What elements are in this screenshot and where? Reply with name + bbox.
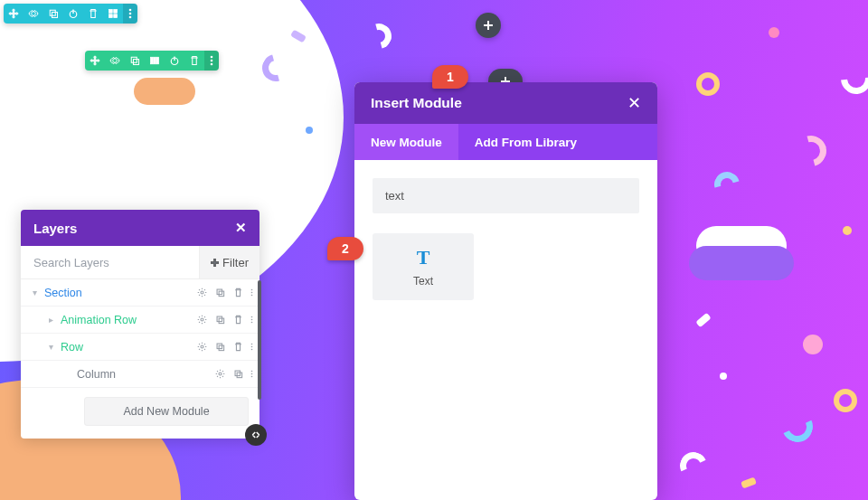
annotation-badge-2: 2: [327, 237, 363, 260]
gear-icon[interactable]: [105, 51, 125, 71]
svg-rect-35: [219, 345, 224, 351]
svg-point-25: [250, 292, 252, 294]
more-icon[interactable]: [123, 4, 137, 24]
chevron-icon[interactable]: ▾: [44, 342, 57, 352]
chevron-icon[interactable]: ▾: [28, 288, 41, 297]
confetti-dot: [306, 127, 313, 134]
gear-icon[interactable]: [193, 311, 211, 329]
modal-title: Insert Module: [371, 95, 462, 111]
module-result-label: Text: [413, 275, 433, 288]
close-icon[interactable]: ✕: [627, 93, 641, 113]
svg-rect-1: [52, 13, 58, 18]
close-icon[interactable]: ✕: [235, 220, 247, 236]
resize-handle[interactable]: [245, 424, 267, 446]
layers-search-row: Filter: [21, 246, 259, 279]
more-icon[interactable]: [247, 369, 256, 379]
layers-title: Layers: [33, 221, 77, 236]
svg-point-8: [129, 9, 132, 12]
power-icon[interactable]: [63, 4, 83, 24]
svg-rect-0: [50, 10, 55, 15]
text-icon: T: [417, 246, 430, 269]
scrollbar-thumb[interactable]: [258, 280, 261, 400]
chevron-icon[interactable]: ▸: [44, 315, 57, 325]
svg-rect-11: [131, 57, 137, 62]
trash-icon[interactable]: [83, 4, 103, 24]
duplicate-icon[interactable]: [211, 338, 229, 356]
confetti-ring: [696, 72, 720, 96]
confetti-dot: [803, 335, 823, 354]
more-icon[interactable]: [247, 288, 256, 297]
module-result-text[interactable]: T Text: [373, 233, 474, 300]
add-section-button[interactable]: [476, 13, 501, 38]
layer-label[interactable]: Section: [41, 287, 193, 299]
svg-point-36: [250, 344, 252, 345]
more-icon[interactable]: [247, 342, 256, 352]
add-new-module-button[interactable]: Add New Module: [84, 397, 249, 426]
confetti-arc: [362, 19, 396, 53]
duplicate-icon[interactable]: [211, 284, 229, 302]
trash-icon[interactable]: [184, 51, 204, 71]
duplicate-icon[interactable]: [125, 51, 145, 71]
more-icon[interactable]: [204, 51, 219, 71]
svg-point-24: [250, 289, 252, 291]
svg-rect-15: [156, 57, 159, 64]
svg-rect-4: [109, 10, 113, 14]
trash-icon[interactable]: [229, 284, 247, 302]
layer-row: Column: [21, 361, 259, 388]
svg-point-37: [250, 346, 252, 348]
svg-point-10: [129, 16, 132, 19]
tab-new-module[interactable]: New Module: [354, 124, 458, 160]
layer-row: ▾Row: [21, 334, 259, 361]
layer-row: ▸Animation Row: [21, 307, 259, 334]
svg-point-9: [129, 13, 132, 15]
modal-header[interactable]: Insert Module ✕: [354, 82, 657, 124]
gear-icon[interactable]: [24, 4, 43, 24]
svg-rect-23: [219, 291, 224, 297]
layer-label[interactable]: Row: [57, 341, 193, 354]
more-icon[interactable]: [247, 315, 256, 325]
add-new-module-label: Add New Module: [123, 405, 209, 418]
duplicate-icon[interactable]: [229, 365, 247, 383]
modal-body: T Text: [354, 160, 657, 318]
svg-point-38: [250, 349, 252, 351]
layers-header[interactable]: Layers ✕: [21, 210, 259, 246]
tab-label: Add From Library: [475, 136, 577, 149]
layer-label[interactable]: Animation Row: [57, 314, 193, 326]
layers-search-input[interactable]: [21, 247, 199, 278]
svg-point-30: [250, 316, 252, 318]
row-toolbar: [85, 51, 219, 71]
filter-label: Filter: [222, 256, 249, 269]
svg-rect-41: [237, 373, 242, 378]
duplicate-icon[interactable]: [211, 311, 229, 329]
svg-point-39: [218, 373, 221, 375]
filter-button[interactable]: Filter: [199, 246, 259, 278]
tab-label: New Module: [371, 136, 442, 149]
move-icon[interactable]: [4, 4, 24, 24]
svg-rect-6: [109, 14, 113, 18]
columns-icon[interactable]: [145, 51, 165, 71]
svg-point-33: [200, 345, 203, 348]
duplicate-icon[interactable]: [43, 4, 63, 24]
svg-rect-13: [151, 57, 154, 64]
confetti-arc: [676, 448, 711, 483]
gear-icon[interactable]: [193, 338, 211, 356]
gear-icon[interactable]: [193, 284, 211, 302]
annotation-badge-1: 1: [432, 65, 468, 89]
svg-rect-14: [154, 57, 156, 64]
confetti-dot: [720, 373, 727, 380]
svg-point-26: [250, 295, 252, 297]
gear-icon[interactable]: [211, 365, 229, 383]
move-icon[interactable]: [85, 51, 105, 71]
grid-icon[interactable]: [103, 4, 123, 24]
confetti-ring: [834, 389, 857, 412]
power-icon[interactable]: [165, 51, 184, 71]
tab-add-from-library[interactable]: Add From Library: [458, 124, 593, 160]
svg-rect-40: [235, 371, 241, 376]
confetti-rect: [695, 313, 711, 327]
trash-icon[interactable]: [229, 311, 247, 329]
confetti-arc: [778, 407, 817, 447]
svg-point-20: [211, 63, 213, 66]
trash-icon[interactable]: [229, 338, 247, 356]
module-search-input[interactable]: [373, 178, 639, 213]
layer-label[interactable]: Column: [73, 368, 211, 381]
